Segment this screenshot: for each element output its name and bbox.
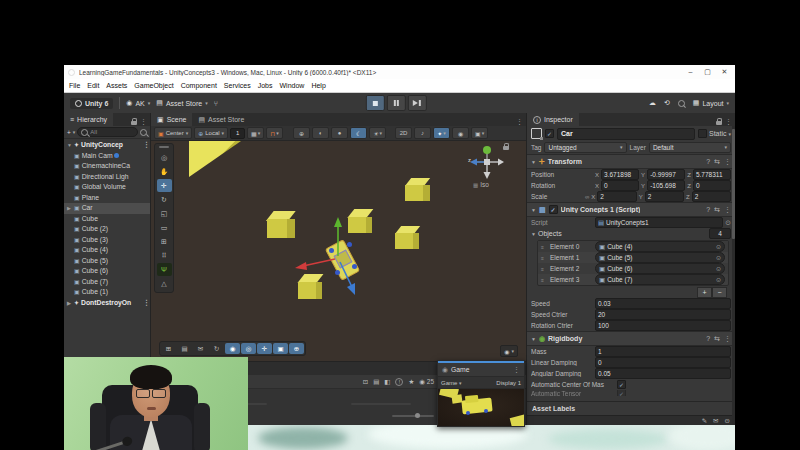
hierarchy-item-cube-4[interactable]: ▣Cube (4) [64,245,150,256]
overlay-tool-7[interactable]: ✛ [257,343,272,354]
inspector-scrollbar[interactable] [732,126,735,425]
scale-tool-button[interactable]: ◱ [157,207,172,220]
tab-scene[interactable]: ▣Scene [151,113,192,126]
linear-damping-field[interactable]: 0 [595,357,731,368]
overlay-tool-3[interactable]: ✉ [193,343,208,354]
drag-handle-icon[interactable]: ≡ [541,266,547,272]
overlay-tool-6[interactable]: ◎ [241,343,256,354]
rotation-ctrler-field[interactable]: 100 [595,320,731,331]
rotation-x-field[interactable]: 0 [601,180,639,191]
hierarchy-item-cube-7[interactable]: ▣Cube (7) [64,277,150,288]
object-field[interactable]: ▣Cube (5)⊙ [595,252,725,263]
camera-settings-dropdown[interactable]: ▣▾ [471,127,488,139]
object-picker-icon[interactable]: ⊙ [716,243,721,250]
static-checkbox[interactable] [698,129,707,138]
layout-dropdown[interactable]: ▦Layout▾ [693,99,729,107]
foldout-icon[interactable]: ▶ [67,298,74,309]
foldout-icon[interactable]: ▼ [531,159,536,165]
hierarchy-item-scene[interactable]: ▼✦UnityConcep⋮ [64,140,150,151]
transform-component-header[interactable]: ▼ ✛ Transform ?⇆⋮ [527,154,735,169]
kebab-menu-icon[interactable]: ⋮ [724,335,731,343]
projection-label[interactable]: Iso [480,181,489,188]
pick-icon[interactable] [140,129,147,136]
transform-tool-button[interactable]: ⊞ [157,235,172,248]
help-icon[interactable]: ? [706,335,710,343]
foldout-icon[interactable]: ▶ [67,203,74,214]
script-object-field[interactable]: ▤ UnityConepts1 [595,217,723,228]
tab-inspector[interactable]: iInspector [527,113,579,126]
2d-toggle[interactable]: 2D [395,127,412,139]
hierarchy-item-cube[interactable]: ▣Cube [64,214,150,225]
object-field[interactable]: ▣Cube (6)⊙ [595,263,725,274]
move-tool-button[interactable]: ✛ [157,179,172,192]
auto-tensor-checkbox[interactable]: ✓ [617,390,626,396]
object-field[interactable]: ▣Cube (4)⊙ [595,241,725,252]
tab-hierarchy[interactable]: ≡Hierarchy [64,113,113,126]
version-control-icon[interactable]: ⑂ [214,100,218,107]
rect-tool-button[interactable]: ▭ [157,221,172,234]
paintbrush-icon[interactable]: ✎ [702,417,707,425]
menu-help[interactable]: Help [311,82,325,89]
light-settings-dropdown[interactable]: ☀▾ [369,127,386,139]
help-icon[interactable]: ? [706,158,710,166]
layer-dropdown[interactable]: Default▾ [649,142,731,153]
favorites-star-icon[interactable]: ★ [408,378,414,386]
space-toggle[interactable]: ⊕Local▾ [194,127,228,139]
view-tool-button[interactable]: ◎ [157,151,172,164]
overlay-tool-9[interactable]: ⊕ [289,343,304,354]
rigidbody-component-header[interactable]: ▼ ◉ Rigidbody ?⇆⋮ [527,331,735,346]
objects-foldout-row[interactable]: ▼ Objects 4 [527,228,735,239]
slider-knob[interactable] [415,413,420,418]
menu-assets[interactable]: Assets [106,82,127,89]
shaded-mode-button[interactable]: ⊕ [293,127,310,139]
foldout-icon[interactable]: ▼ [531,207,536,213]
kebab-menu-icon[interactable]: ⋮ [724,206,731,214]
grid-visibility-button[interactable]: ▦▾ [247,127,264,139]
scene-visibility-toggle[interactable]: ◉ [452,127,469,139]
hierarchy-item-cube-6[interactable]: ▣Cube (6) [64,266,150,277]
hierarchy-item-main-camera[interactable]: ▣Main Cam [64,151,150,162]
minimize-button[interactable]: – [684,65,697,79]
hierarchy-item-cinemachine[interactable]: ▣CinemachineCa [64,161,150,172]
overlay-tool-8[interactable]: ▣ [273,343,288,354]
object-picker-icon[interactable]: ⊙ [725,219,731,227]
lock-icon[interactable] [131,121,137,125]
foldout-icon[interactable]: ▼ [531,336,536,342]
search-icon[interactable] [678,100,685,107]
unity-version-badge[interactable]: Unity 6 [70,98,113,109]
orientation-gizmo[interactable] [466,143,508,181]
fog-toggle[interactable]: ● [331,127,348,139]
position-z-field[interactable]: 5.778311 [693,169,731,180]
kebab-menu-icon[interactable]: ⋮ [724,158,731,166]
menu-file[interactable]: File [69,82,80,89]
effects-toggle[interactable]: ✦▾ [433,127,450,139]
object-picker-icon[interactable]: ⊙ [716,265,721,272]
drag-handle-icon[interactable]: ≡ [541,255,547,261]
hierarchy-item-cube-2[interactable]: ▣Cube (2) [64,224,150,235]
kebab-menu-icon[interactable]: ⋮ [513,366,520,374]
hierarchy-item-directional-light[interactable]: ▣Directional Ligh [64,172,150,183]
active-checkbox[interactable]: ✓ [545,129,554,138]
angular-damping-field[interactable]: 0.05 [595,368,731,379]
scene-object-wall[interactable] [189,141,241,177]
speed-ctrler-field[interactable]: 20 [595,309,731,320]
scale-z-field[interactable]: 2 [692,191,731,202]
tag-dropdown[interactable]: Untagged▾ [544,142,626,153]
snap-settings-button[interactable]: ⊓▾ [266,127,283,139]
step-button[interactable] [407,95,426,111]
menu-window[interactable]: Window [280,82,305,89]
pivot-toggle[interactable]: ▣Center▾ [154,127,192,139]
scene-camera-dropdown[interactable]: ◉▾ [500,345,518,357]
pick-square-icon[interactable]: ⊡ [363,378,368,386]
static-toggle[interactable]: Static▾ [698,129,731,138]
presets-icon[interactable]: ⇆ [714,335,720,343]
array-size-field[interactable]: 4 [709,228,731,239]
move-gizmo[interactable] [291,211,371,299]
hierarchy-item-cube-3[interactable]: ▣Cube (3) [64,235,150,246]
position-y-field[interactable]: -0.99997 [647,169,685,180]
hierarchy-item-car[interactable]: ▶▣Car [64,203,150,214]
rotate-tool-button[interactable]: ↻ [157,193,172,206]
add-gameobject-button[interactable]: + [67,129,71,136]
gizmo-z-label[interactable]: z [468,157,471,163]
foldout-icon[interactable]: ▼ [531,231,536,237]
